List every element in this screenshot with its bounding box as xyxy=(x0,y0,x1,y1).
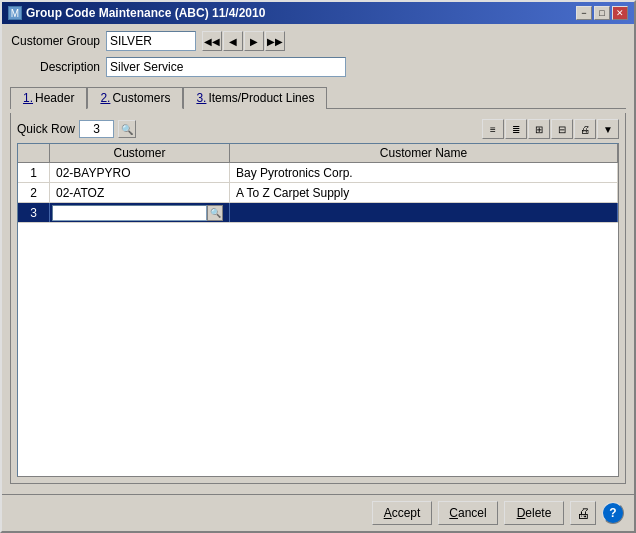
toolbar-btn-4[interactable]: ⊟ xyxy=(551,119,573,139)
tab-items[interactable]: 3.Items/Product Lines xyxy=(183,87,327,109)
cell-customer-edit: 🔍 xyxy=(50,203,230,222)
tab-header[interactable]: 1.Header xyxy=(10,87,87,109)
delete-button[interactable]: Delete xyxy=(504,501,564,525)
quick-row-input[interactable] xyxy=(79,120,114,138)
cell-customer: 02-BAYPYRO xyxy=(50,163,230,182)
bottom-bar: Accept Cancel Delete 🖨 ? xyxy=(2,494,634,531)
main-window: M Group Code Maintenance (ABC) 11/4/2010… xyxy=(0,0,636,533)
col-header-customer: Customer xyxy=(50,144,230,162)
quick-row-search-button[interactable]: 🔍 xyxy=(118,120,136,138)
toolbar-btn-1[interactable]: ≡ xyxy=(482,119,504,139)
grid-body: 1 02-BAYPYRO Bay Pyrotronics Corp. 2 02-… xyxy=(18,163,618,223)
nav-prev-button[interactable]: ◀ xyxy=(223,31,243,51)
col-header-name: Customer Name xyxy=(230,144,618,162)
customer-edit-input[interactable] xyxy=(52,205,207,221)
cell-row-num: 1 xyxy=(18,163,50,182)
table-row[interactable]: 2 02-ATOZ A To Z Carpet Supply xyxy=(18,183,618,203)
data-grid: Customer Customer Name 1 02-BAYPYRO Bay … xyxy=(17,143,619,477)
content-area: Customer Group ◀◀ ◀ ▶ ▶▶ Description 1.H… xyxy=(2,24,634,490)
customer-group-input[interactable] xyxy=(106,31,196,51)
toolbar-btn-2[interactable]: ≣ xyxy=(505,119,527,139)
toolbar-row: Quick Row 🔍 ≡ ≣ ⊞ ⊟ 🖨 ▼ xyxy=(17,119,619,139)
inline-search-button[interactable]: 🔍 xyxy=(207,205,223,221)
description-input[interactable] xyxy=(106,57,346,77)
main-panel: Quick Row 🔍 ≡ ≣ ⊞ ⊟ 🖨 ▼ Customer xyxy=(10,113,626,484)
toolbar-btn-6[interactable]: ▼ xyxy=(597,119,619,139)
customer-group-row: Customer Group ◀◀ ◀ ▶ ▶▶ xyxy=(10,30,626,52)
toolbar-btn-3[interactable]: ⊞ xyxy=(528,119,550,139)
cell-row-num: 2 xyxy=(18,183,50,202)
cell-customer-name: A To Z Carpet Supply xyxy=(230,183,618,202)
title-buttons: − □ ✕ xyxy=(576,6,628,20)
description-row: Description xyxy=(10,56,626,78)
col-header-num xyxy=(18,144,50,162)
minimize-button[interactable]: − xyxy=(576,6,592,20)
toolbar-btn-5[interactable]: 🖨 xyxy=(574,119,596,139)
help-button[interactable]: ? xyxy=(602,502,624,524)
quick-row-label: Quick Row xyxy=(17,122,75,136)
cell-customer-name: Bay Pyrotronics Corp. xyxy=(230,163,618,182)
accept-button[interactable]: Accept xyxy=(372,501,432,525)
right-toolbar: ≡ ≣ ⊞ ⊟ 🖨 ▼ xyxy=(482,119,619,139)
close-button[interactable]: ✕ xyxy=(612,6,628,20)
window-title: Group Code Maintenance (ABC) 11/4/2010 xyxy=(26,6,265,20)
tabs-row: 1.Header 2.Customers 3.Items/Product Lin… xyxy=(10,86,626,109)
app-icon: M xyxy=(8,6,22,20)
cancel-button[interactable]: Cancel xyxy=(438,501,498,525)
cell-customer-name xyxy=(230,203,618,222)
nav-last-button[interactable]: ▶▶ xyxy=(265,31,285,51)
table-row[interactable]: 3 🔍 xyxy=(18,203,618,223)
grid-header: Customer Customer Name xyxy=(18,144,618,163)
tab-customers[interactable]: 2.Customers xyxy=(87,87,183,109)
print-button[interactable]: 🖨 xyxy=(570,501,596,525)
nav-next-button[interactable]: ▶ xyxy=(244,31,264,51)
restore-button[interactable]: □ xyxy=(594,6,610,20)
cell-customer: 02-ATOZ xyxy=(50,183,230,202)
cell-row-num: 3 xyxy=(18,203,50,222)
quick-row-area: Quick Row 🔍 xyxy=(17,120,136,138)
description-label: Description xyxy=(10,60,100,74)
title-bar-left: M Group Code Maintenance (ABC) 11/4/2010 xyxy=(8,6,265,20)
nav-first-button[interactable]: ◀◀ xyxy=(202,31,222,51)
table-row[interactable]: 1 02-BAYPYRO Bay Pyrotronics Corp. xyxy=(18,163,618,183)
nav-buttons: ◀◀ ◀ ▶ ▶▶ xyxy=(202,31,285,51)
title-bar: M Group Code Maintenance (ABC) 11/4/2010… xyxy=(2,2,634,24)
customer-group-label: Customer Group xyxy=(10,34,100,48)
